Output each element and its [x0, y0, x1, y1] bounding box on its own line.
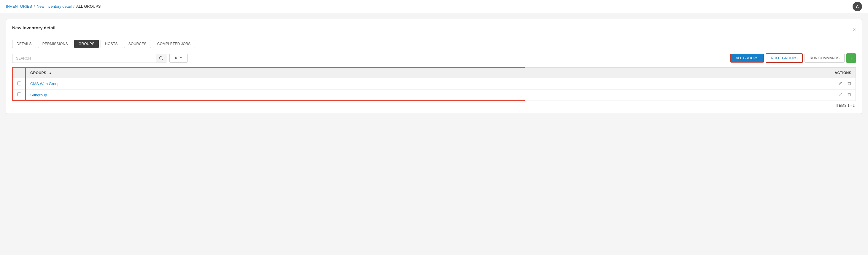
table-row: CMS Web Group — [13, 78, 856, 90]
avatar[interactable]: A — [852, 2, 862, 11]
row-checkbox-2[interactable] — [17, 93, 21, 96]
card-title: New Inventory detail — [12, 25, 56, 30]
toolbar: KEY ALL GROUPS ROOT GROUPS RUN COMMANDS … — [12, 53, 856, 63]
row-actions-2 — [525, 90, 856, 101]
breadcrumb-sep1: / — [34, 4, 35, 9]
table-row: Subgroup — [13, 90, 856, 101]
all-groups-button[interactable]: ALL GROUPS — [731, 54, 764, 63]
tab-hosts[interactable]: HOSTS — [100, 40, 122, 48]
search-button[interactable] — [156, 54, 166, 63]
tab-permissions[interactable]: PERMISSIONS — [38, 40, 72, 48]
row-actions-1 — [525, 78, 856, 90]
root-groups-button[interactable]: ROOT GROUPS — [766, 53, 803, 63]
groups-column-header: GROUPS ▲ — [26, 68, 525, 78]
tab-completed-jobs[interactable]: COMPLETED JOBS — [153, 40, 195, 48]
tab-groups[interactable]: GROUPS — [74, 40, 99, 48]
svg-rect-2 — [848, 83, 850, 85]
add-button[interactable]: + — [846, 53, 856, 63]
search-input[interactable] — [12, 54, 166, 63]
key-button[interactable]: KEY — [169, 54, 188, 63]
toolbar-right: ALL GROUPS ROOT GROUPS RUN COMMANDS + — [731, 53, 856, 63]
delete-icon-2[interactable] — [847, 93, 851, 98]
edit-icon-2[interactable] — [838, 93, 842, 98]
breadcrumb-inventories[interactable]: INVENTORIES — [6, 4, 32, 9]
tab-details[interactable]: DETAILS — [12, 40, 36, 48]
items-count: ITEMS 1 - 2 — [12, 103, 856, 108]
inventory-detail-card: New Inventory detail × DETAILS PERMISSIO… — [6, 19, 862, 114]
edit-icon-1[interactable] — [838, 81, 842, 86]
search-icon — [159, 56, 163, 60]
breadcrumb-sep2: / — [73, 4, 74, 9]
actions-column-header: ACTIONS — [525, 68, 856, 78]
sort-arrow: ▲ — [49, 71, 52, 75]
svg-rect-7 — [848, 94, 850, 96]
group-name-link-2[interactable]: Subgroup — [30, 93, 47, 97]
tab-sources[interactable]: SOURCES — [124, 40, 151, 48]
close-button[interactable]: × — [852, 27, 856, 32]
top-nav: INVENTORIES / New Inventory detail / ALL… — [0, 0, 868, 13]
breadcrumb-inventory-detail[interactable]: New Inventory detail — [37, 4, 72, 9]
tabs-bar: DETAILS PERMISSIONS GROUPS HOSTS SOURCES… — [12, 40, 856, 48]
breadcrumb: INVENTORIES / New Inventory detail / ALL… — [6, 4, 101, 9]
breadcrumb-current: ALL GROUPS — [76, 4, 101, 9]
groups-table: GROUPS ▲ ACTIONS CMS Web Group — [12, 67, 856, 101]
search-wrap — [12, 54, 166, 63]
run-commands-button[interactable]: RUN COMMANDS — [805, 54, 844, 63]
delete-icon-1[interactable] — [847, 81, 851, 86]
group-name-link-1[interactable]: CMS Web Group — [30, 82, 60, 86]
main-content: New Inventory detail × DETAILS PERMISSIO… — [0, 13, 868, 120]
svg-line-1 — [162, 59, 163, 60]
row-checkbox-1[interactable] — [17, 82, 21, 86]
